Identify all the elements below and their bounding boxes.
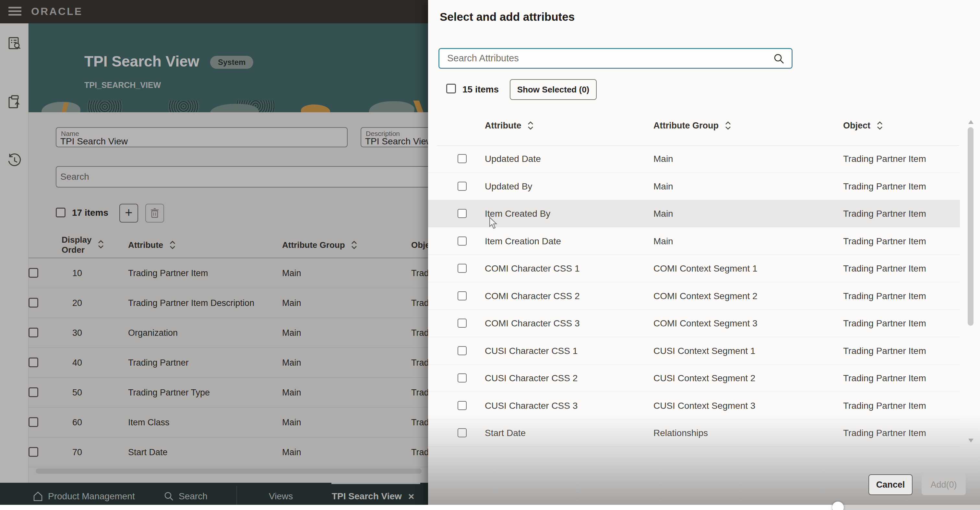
cell-attribute-group: Main — [654, 173, 673, 200]
cell-object: Trading Partner Item — [843, 228, 926, 255]
screen: ORACLE TPI Search View System TPI_SEARCH… — [0, 0, 980, 510]
scroll-up-arrow-icon[interactable] — [968, 120, 974, 124]
cancel-button[interactable]: Cancel — [869, 474, 913, 495]
modal-scrim — [0, 0, 428, 510]
cell-attribute: CUSI Character CSS 1 — [485, 338, 578, 365]
panel-title: Select and add attributes — [440, 10, 574, 23]
table-row[interactable]: CUSI Character CSS 3 CUSI Context Segmen… — [428, 392, 960, 419]
cell-attribute-group: COMI Context Segment 3 — [654, 310, 757, 337]
table-row[interactable]: Item Created By Main Trading Partner Ite… — [428, 200, 960, 228]
cell-attribute: COMI Character CSS 2 — [485, 282, 580, 310]
table-row[interactable]: CUSI Character CSS 1 CUSI Context Segmen… — [428, 338, 960, 365]
cell-object: Trading Partner Item — [843, 255, 926, 282]
column-header-attribute[interactable]: Attribute — [485, 121, 534, 131]
table-row[interactable]: Updated By Main Trading Partner Item — [428, 173, 960, 200]
row-checkbox[interactable] — [458, 401, 467, 410]
cell-attribute-group: COMI Context Segment 2 — [654, 282, 757, 310]
video-progress-bar[interactable] — [0, 505, 980, 510]
row-checkbox[interactable] — [458, 291, 467, 300]
row-checkbox[interactable] — [458, 264, 467, 273]
row-checkbox[interactable] — [458, 428, 467, 437]
cell-object: Trading Partner Item — [843, 200, 926, 228]
cell-attribute: Updated Date — [485, 145, 541, 172]
row-checkbox[interactable] — [458, 154, 467, 163]
cell-object: Trading Partner Item — [843, 282, 926, 310]
vertical-scrollbar[interactable] — [968, 127, 974, 326]
cell-attribute: Updated By — [485, 173, 532, 200]
row-checkbox[interactable] — [458, 346, 467, 355]
panel-select-all-checkbox[interactable] — [446, 84, 456, 93]
cell-attribute: Start Date — [485, 419, 526, 447]
cell-object: Trading Partner Item — [843, 173, 926, 200]
progress-remaining — [832, 505, 980, 510]
row-checkbox[interactable] — [458, 209, 467, 218]
add-button[interactable]: Add(0) — [922, 474, 966, 495]
table-row[interactable]: COMI Character CSS 1 COMI Context Segmen… — [428, 255, 960, 282]
cell-attribute-group: Main — [654, 200, 673, 228]
row-checkbox[interactable] — [458, 319, 467, 328]
table-row[interactable]: CUSI Character CSS 2 CUSI Context Segmen… — [428, 365, 960, 392]
cell-object: Trading Partner Item — [843, 392, 926, 419]
column-header-object[interactable]: Object — [843, 121, 883, 131]
cell-attribute: COMI Character CSS 1 — [485, 255, 580, 282]
cell-attribute-group: Main — [654, 145, 673, 172]
row-checkbox[interactable] — [458, 182, 467, 191]
show-selected-button[interactable]: Show Selected (0) — [510, 79, 597, 100]
search-icon[interactable] — [773, 53, 784, 64]
cell-attribute: COMI Character CSS 3 — [485, 310, 580, 337]
column-header-attribute-group[interactable]: Attribute Group — [654, 121, 732, 131]
cell-attribute-group: Relationships — [654, 419, 708, 447]
cell-attribute-group: CUSI Context Segment 2 — [654, 365, 755, 392]
table-row[interactable]: COMI Character CSS 2 COMI Context Segmen… — [428, 282, 960, 310]
cell-attribute-group: CUSI Context Segment 1 — [654, 338, 755, 365]
panel-search-field — [438, 48, 792, 69]
cell-object: Trading Partner Item — [843, 338, 926, 365]
select-attributes-panel: Select and add attributes 15 items Show … — [428, 0, 980, 510]
mouse-cursor — [488, 217, 498, 230]
cell-attribute: CUSI Character CSS 2 — [485, 365, 578, 392]
row-checkbox[interactable] — [458, 236, 467, 245]
sort-icon[interactable] — [527, 121, 534, 130]
table-row[interactable]: Item Creation Date Main Trading Partner … — [428, 228, 960, 255]
scroll-down-arrow-icon[interactable] — [968, 438, 974, 443]
cell-attribute: Item Creation Date — [485, 228, 561, 255]
table-row[interactable]: COMI Character CSS 3 COMI Context Segmen… — [428, 310, 960, 337]
table-row[interactable]: Updated Date Main Trading Partner Item — [428, 145, 960, 172]
cell-attribute-group: CUSI Context Segment 3 — [654, 392, 755, 419]
sort-icon[interactable] — [724, 121, 732, 130]
cell-attribute-group: Main — [654, 228, 673, 255]
cell-attribute-group: COMI Context Segment 1 — [654, 255, 757, 282]
row-checkbox[interactable] — [458, 373, 467, 382]
cell-attribute: CUSI Character CSS 3 — [485, 392, 578, 419]
sort-icon[interactable] — [876, 121, 883, 130]
cell-object: Trading Partner Item — [843, 310, 926, 337]
table-row[interactable]: Start Date Relationships Trading Partner… — [428, 419, 960, 447]
cell-object: Trading Partner Item — [843, 419, 926, 447]
panel-items-count: 15 items — [463, 84, 499, 95]
panel-search-input[interactable] — [447, 53, 765, 64]
cell-object: Trading Partner Item — [843, 145, 926, 172]
cell-object: Trading Partner Item — [843, 365, 926, 392]
progress-done — [0, 505, 832, 510]
